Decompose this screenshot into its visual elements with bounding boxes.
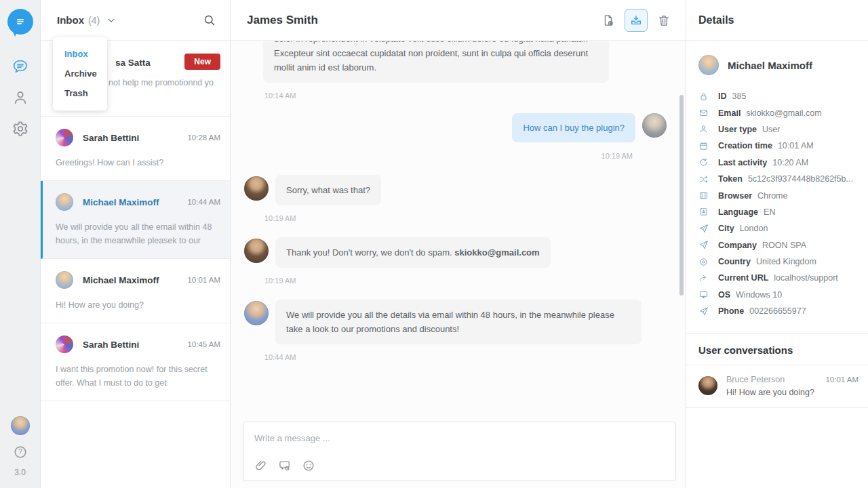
field-user-type: User typeUser [698, 121, 861, 138]
user-detail-fields: ID385 Emailskiokko@gmail.com User typeUs… [686, 75, 868, 319]
avatar [56, 336, 73, 353]
message-row-incoming: We will provide you all the details via … [244, 300, 686, 344]
user-icon [698, 124, 709, 134]
gear-icon [12, 120, 29, 138]
field-value: skiokko@gmail.com [746, 108, 821, 118]
conversation-name: Sarah Bettini [83, 133, 139, 143]
field-label: Browser [718, 191, 752, 201]
field-id: ID385 [698, 88, 861, 104]
shuffle-icon [698, 174, 709, 184]
conversations-panel: Inbox (4) Inbox Archive Trash sa Satta N… [41, 0, 231, 488]
lock-icon [698, 92, 709, 102]
dropdown-item-archive[interactable]: Archive [53, 63, 107, 83]
scrollbar-thumb[interactable] [679, 95, 684, 296]
conversation-time: 10:45 AM [187, 340, 220, 348]
attachment-icon[interactable] [254, 459, 268, 472]
field-email: Emailskiokko@gmail.com [698, 104, 861, 121]
field-value: Windows 10 [736, 290, 782, 300]
avatar [698, 55, 719, 75]
support-chat-app: 3.0 Inbox (4) Inbox Archive Trash sa Sat… [0, 0, 868, 488]
message-time: 10:19 AM [264, 277, 686, 285]
folder-dropdown-menu: Inbox Archive Trash [53, 37, 107, 110]
field-value: 10:01 AM [778, 141, 814, 150]
app-version: 3.0 [14, 468, 26, 477]
help-icon[interactable] [13, 445, 28, 460]
user-conversations-section: User conversations Bruce Peterson 10:01 … [686, 333, 868, 408]
field-city: CityLondon [698, 220, 861, 237]
avatar [56, 129, 73, 146]
field-label: Company [718, 241, 757, 250]
chat-panel: James Smith dolor in reprehenderit in vo… [231, 0, 686, 488]
field-label: Language [718, 207, 758, 217]
chevron-down-icon[interactable] [106, 15, 117, 26]
archive-button[interactable] [625, 9, 648, 32]
field-country: CountryUnited Kingdom [698, 253, 861, 270]
field-creation-time: Creation time10:01 AM [698, 138, 861, 154]
dropdown-item-trash[interactable]: Trash [53, 83, 107, 102]
emoji-icon[interactable] [302, 459, 315, 472]
archive-download-icon [629, 14, 643, 27]
folder-selector-label[interactable]: Inbox [57, 14, 84, 26]
dropdown-item-inbox[interactable]: Inbox [53, 43, 107, 63]
composer-toolbar [254, 459, 315, 472]
chat-header: James Smith [231, 0, 686, 41]
field-browser: BrowserChrome [698, 187, 861, 203]
field-label: Phone [718, 306, 744, 316]
refresh-icon [698, 157, 709, 167]
field-label: Email [718, 108, 741, 118]
conversation-list-item[interactable]: Sarah Bettini 10:45 AM I want this promo… [41, 323, 230, 401]
avatar [244, 176, 269, 201]
conversation-list-item[interactable]: Sarah Bettini 10:28 AM Greetings! How ca… [41, 117, 230, 181]
field-value: London [740, 224, 768, 233]
conversation-name: sa Satta [115, 58, 151, 68]
sidebar: 3.0 [0, 0, 41, 488]
user-icon [12, 89, 29, 106]
message-bubble: We will provide you all the details via … [275, 300, 642, 344]
send-icon [698, 224, 709, 234]
field-token: Token5c12c3f9374448b8262f5b... [698, 171, 861, 187]
message-row-outgoing: How can I buy the plugin? [231, 113, 686, 142]
conversation-snippet: Hi! How are you doing? [56, 298, 220, 312]
details-header: Details [686, 0, 868, 41]
send-icon [698, 306, 709, 317]
conversation-time: 10:01 AM [187, 276, 220, 284]
message-input[interactable] [243, 422, 675, 443]
conversation-list-item[interactable]: Michael Maximoff 10:01 AM Hi! How are yo… [41, 259, 230, 323]
field-value: 5c12c3f9374448b8262f5b... [748, 174, 853, 184]
message-email: skiokko@gmail.com [454, 247, 539, 258]
field-label: ID [718, 92, 727, 101]
message-composer [243, 422, 676, 481]
message-row-incoming: Thank you! Don't worry, we don't do spam… [244, 237, 686, 268]
user-conversations-title: User conversations [686, 334, 868, 365]
field-value: ROON SPA [762, 241, 806, 250]
language-icon [698, 207, 709, 217]
sidebar-bottom: 3.0 [11, 416, 30, 488]
message-time: 10:19 AM [231, 152, 686, 160]
saved-replies-icon[interactable] [278, 459, 292, 472]
avatar [642, 113, 667, 138]
message-time: 10:44 AM [264, 353, 686, 361]
nav-contacts[interactable] [12, 89, 29, 106]
field-value: User [762, 125, 780, 134]
nav-settings[interactable] [12, 120, 29, 138]
conversation-list-item-selected[interactable]: Michael Maximoff 10:44 AM We will provid… [41, 181, 230, 259]
user-conversation-item[interactable]: Bruce Peterson 10:01 AM Hi! How are you … [686, 365, 868, 408]
message-row-incoming: Sorry, what was that? [244, 175, 686, 205]
conversation-snippet: not help me promotionnd yo [108, 78, 214, 87]
current-agent-avatar[interactable] [11, 416, 30, 435]
browser-icon [698, 190, 709, 201]
trash-icon[interactable] [657, 14, 671, 27]
add-file-icon[interactable] [601, 14, 615, 27]
field-value: 385 [732, 92, 747, 101]
conversation-name: Sarah Bettini [83, 340, 139, 350]
nav-conversations[interactable] [12, 58, 29, 75]
share-icon [698, 273, 709, 283]
search-icon[interactable] [203, 14, 216, 27]
message-bubble: How can I buy the plugin? [512, 113, 635, 142]
conversation-name: Michael Maximoff [83, 275, 159, 285]
message-bubble: Sorry, what was that? [275, 175, 381, 205]
field-label: Creation time [718, 141, 772, 150]
conversation-time: 10:44 AM [187, 198, 220, 206]
user-profile: Michael Maximoff [686, 41, 868, 75]
new-badge: New [184, 54, 220, 70]
